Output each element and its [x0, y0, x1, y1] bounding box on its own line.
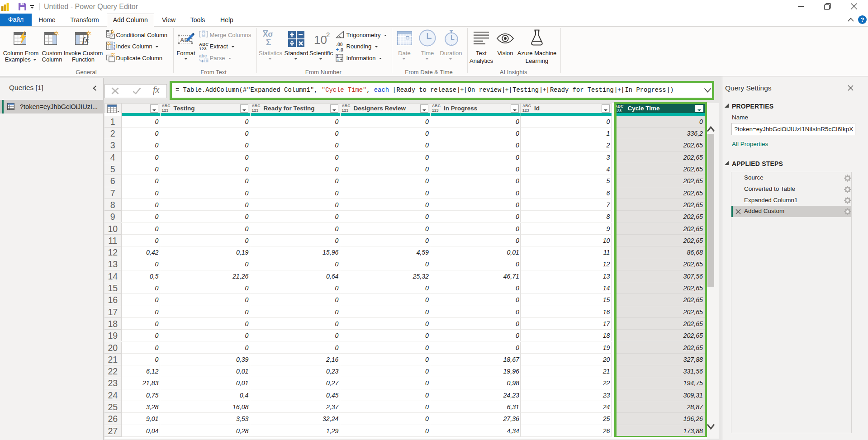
svg-text:≠: ≠ [111, 34, 113, 38]
svg-text:3: 3 [113, 47, 115, 51]
svg-text:.0: .0 [339, 47, 343, 52]
svg-text:1: 1 [337, 55, 339, 58]
svg-text:3: 3 [337, 58, 339, 62]
svg-text:10: 10 [314, 33, 327, 47]
svg-text:Σ: Σ [266, 38, 271, 47]
svg-text:fx: fx [82, 36, 89, 44]
svg-text:abc: abc [199, 53, 207, 58]
svg-text:2: 2 [326, 31, 330, 38]
svg-text:.00: .00 [336, 42, 343, 47]
